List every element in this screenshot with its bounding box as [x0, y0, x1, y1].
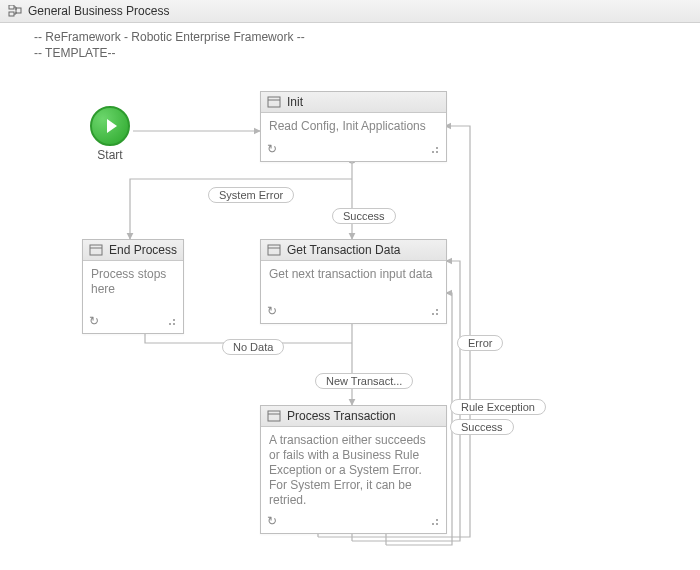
svg-rect-10	[90, 245, 102, 255]
resize-grip-icon	[428, 307, 440, 317]
start-node[interactable]: Start	[85, 106, 135, 162]
window-title-bar: General Business Process	[0, 0, 700, 23]
start-label: Start	[85, 148, 135, 162]
loop-icon: ↻	[267, 142, 277, 157]
state-gtd-desc: Get next transaction input data	[269, 267, 432, 281]
diagram-canvas[interactable]: Start Init Read Config, Init Application…	[0, 61, 700, 570]
state-end-process[interactable]: End Process Process stops here ↻	[82, 239, 184, 334]
state-end-desc: Process stops here	[91, 267, 166, 296]
state-icon	[89, 244, 103, 256]
resize-grip-icon	[428, 517, 440, 527]
loop-icon: ↻	[89, 314, 99, 329]
state-gtd-header: Get Transaction Data	[261, 240, 446, 261]
state-process-transaction[interactable]: Process Transaction A transaction either…	[260, 405, 447, 534]
state-icon	[267, 244, 281, 256]
state-pt-title: Process Transaction	[287, 409, 396, 423]
label-new-transaction[interactable]: New Transact...	[315, 373, 413, 389]
flowchart-icon	[8, 5, 22, 17]
loop-icon: ↻	[267, 514, 277, 529]
label-system-error[interactable]: System Error	[208, 187, 294, 203]
loop-icon: ↻	[267, 304, 277, 319]
state-init-title: Init	[287, 95, 303, 109]
state-init-desc: Read Config, Init Applications	[269, 119, 426, 133]
state-init-header: Init	[261, 92, 446, 113]
state-pt-desc: A transaction either succeeds or fails w…	[269, 433, 426, 507]
svg-rect-0	[9, 5, 14, 9]
svg-rect-8	[268, 97, 280, 107]
state-icon	[267, 410, 281, 422]
subtitle-line-2: -- TEMPLATE--	[34, 45, 700, 61]
svg-rect-2	[16, 8, 21, 13]
svg-rect-1	[9, 12, 14, 16]
label-rule-exception[interactable]: Rule Exception	[450, 399, 546, 415]
window-title: General Business Process	[28, 4, 169, 18]
svg-rect-14	[268, 411, 280, 421]
label-error[interactable]: Error	[457, 335, 503, 351]
subtitle-block: -- ReFramework - Robotic Enterprise Fram…	[0, 23, 700, 61]
state-gtd-title: Get Transaction Data	[287, 243, 400, 257]
play-icon	[90, 106, 130, 146]
state-end-title: End Process	[109, 243, 177, 257]
label-success-init[interactable]: Success	[332, 208, 396, 224]
label-success-pt[interactable]: Success	[450, 419, 514, 435]
state-icon	[267, 96, 281, 108]
svg-rect-12	[268, 245, 280, 255]
resize-grip-icon	[165, 317, 177, 327]
resize-grip-icon	[428, 145, 440, 155]
label-no-data[interactable]: No Data	[222, 339, 284, 355]
state-init[interactable]: Init Read Config, Init Applications ↻	[260, 91, 447, 162]
state-pt-header: Process Transaction	[261, 406, 446, 427]
subtitle-line-1: -- ReFramework - Robotic Enterprise Fram…	[34, 29, 700, 45]
state-get-transaction[interactable]: Get Transaction Data Get next transactio…	[260, 239, 447, 324]
state-end-header: End Process	[83, 240, 183, 261]
